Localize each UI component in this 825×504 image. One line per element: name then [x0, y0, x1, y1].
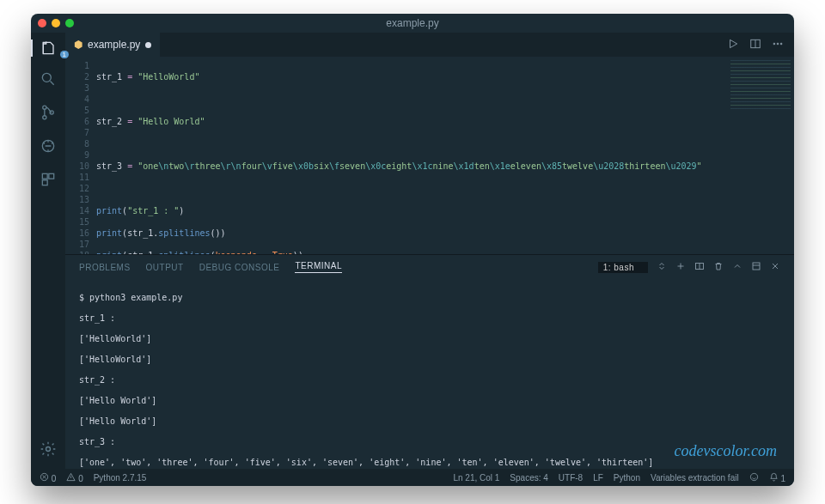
- tab-problems[interactable]: PROBLEMS: [79, 263, 131, 272]
- status-python-version[interactable]: Python 2.7.15: [94, 473, 147, 483]
- bottom-panel: PROBLEMS OUTPUT DEBUG CONSOLE TERMINAL 1…: [65, 254, 794, 469]
- svg-rect-5: [42, 173, 47, 179]
- extensions-icon[interactable]: [40, 171, 57, 191]
- traffic-lights: [38, 19, 74, 27]
- tab-debug-console[interactable]: DEBUG CONSOLE: [199, 263, 280, 272]
- explorer-icon[interactable]: [31, 39, 65, 57]
- svg-point-12: [780, 43, 782, 45]
- status-encoding[interactable]: UTF-8: [559, 473, 583, 483]
- svg-point-16: [750, 473, 757, 480]
- panel-controls: 1: bash: [598, 261, 780, 273]
- editor-actions: [727, 38, 794, 52]
- svg-rect-6: [49, 173, 54, 179]
- terminal-output[interactable]: $ python3 example.py str_1 : ['HelloWorl…: [65, 279, 794, 469]
- activity-bar: [31, 33, 65, 469]
- svg-point-1: [43, 106, 46, 109]
- code-content[interactable]: str_1 = "HelloWorld" str_2 = "Hello Worl…: [96, 57, 702, 254]
- tab-example-py[interactable]: ⬢ example.py: [65, 33, 160, 57]
- minimize-dot[interactable]: [52, 19, 60, 27]
- run-icon[interactable]: [727, 38, 739, 52]
- status-feedback-icon[interactable]: [749, 472, 759, 483]
- split-editor-icon[interactable]: [749, 38, 761, 52]
- dirty-indicator-icon: [145, 42, 151, 48]
- status-notifications[interactable]: 1: [769, 472, 785, 483]
- new-terminal-icon[interactable]: [675, 261, 686, 273]
- terminal-shell-select[interactable]: 1: bash: [598, 262, 648, 273]
- tab-bar: ⬢ example.py: [65, 33, 794, 57]
- status-ln-col[interactable]: Ln 21, Col 1: [453, 473, 499, 483]
- maximize-panel-icon[interactable]: [751, 261, 761, 273]
- window-title: example.py: [386, 17, 438, 29]
- status-spaces[interactable]: Spaces: 4: [510, 473, 547, 483]
- editor-group: ⬢ example.py 1 2 3 4 5 6 7 8 9 10 11 12 …: [65, 33, 794, 469]
- svg-point-0: [42, 73, 51, 82]
- status-errors[interactable]: 0: [40, 472, 56, 483]
- status-language[interactable]: Python: [614, 473, 640, 483]
- zoom-dot[interactable]: [65, 19, 74, 27]
- vscode-window: example.py: [31, 14, 794, 486]
- updown-icon[interactable]: [657, 261, 667, 273]
- minimap[interactable]: [730, 60, 791, 112]
- python-file-icon: ⬢: [74, 39, 82, 51]
- tab-terminal[interactable]: TERMINAL: [295, 261, 342, 273]
- code-editor[interactable]: 1 2 3 4 5 6 7 8 9 10 11 12 13 14 15 16 1…: [65, 57, 794, 254]
- line-gutter: 1 2 3 4 5 6 7 8 9 10 11 12 13 14 15 16 1…: [65, 57, 96, 254]
- svg-point-2: [43, 116, 46, 119]
- watermark-text: codevscolor.com: [675, 442, 777, 460]
- svg-point-11: [777, 43, 779, 45]
- kill-terminal-icon[interactable]: [713, 261, 724, 273]
- window-body: ⬢ example.py 1 2 3 4 5 6 7 8 9 10 11 12 …: [31, 33, 794, 469]
- more-icon[interactable]: [772, 38, 784, 52]
- tab-output[interactable]: OUTPUT: [146, 263, 184, 272]
- status-eol[interactable]: LF: [593, 473, 603, 483]
- chevron-up-icon[interactable]: [732, 261, 742, 273]
- svg-point-10: [773, 43, 775, 45]
- source-control-icon[interactable]: [40, 104, 57, 124]
- status-extra[interactable]: Variables extraction fail: [651, 473, 739, 483]
- status-warnings[interactable]: 0: [66, 472, 82, 483]
- titlebar: example.py: [31, 14, 794, 33]
- search-icon[interactable]: [40, 70, 57, 90]
- svg-point-8: [46, 447, 51, 452]
- debug-icon[interactable]: [40, 137, 57, 157]
- tab-label: example.py: [88, 39, 140, 51]
- svg-rect-7: [42, 180, 47, 185]
- status-bar: 0 0 Python 2.7.15 Ln 21, Col 1 Spaces: 4…: [31, 469, 794, 486]
- svg-rect-14: [753, 263, 760, 270]
- split-terminal-icon[interactable]: [694, 261, 705, 273]
- close-dot[interactable]: [38, 19, 46, 27]
- panel-tab-bar: PROBLEMS OUTPUT DEBUG CONSOLE TERMINAL 1…: [65, 255, 794, 279]
- settings-gear-icon[interactable]: [40, 440, 57, 460]
- close-panel-icon[interactable]: [770, 261, 780, 273]
